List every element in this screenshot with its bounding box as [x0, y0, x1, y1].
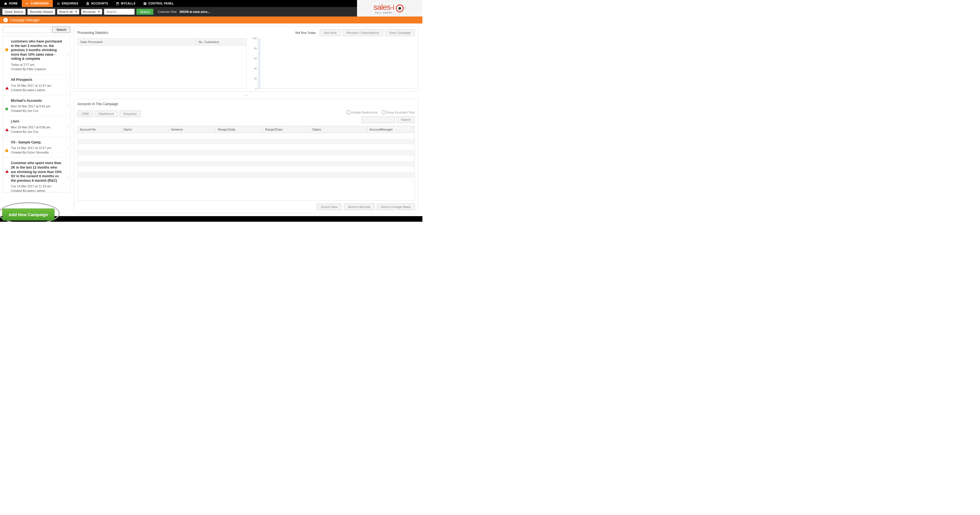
chevron-right-icon: › [67, 103, 68, 108]
campaign-title: customers who have purchased in the last… [11, 40, 63, 61]
accounts-search-button[interactable]: Search [397, 116, 415, 123]
campaign-title: j turn [11, 120, 63, 124]
campaign-author: Created By:sales-i admin [11, 189, 63, 192]
show-excluded-input[interactable] [382, 110, 385, 114]
sidebar-search-button[interactable]: Search [52, 26, 70, 33]
sidebar-search-input[interactable] [3, 26, 51, 33]
calendar-icon [116, 2, 119, 5]
send-mycalls-button[interactable]: Send to MyCalls [344, 204, 375, 210]
campaign-date: Tue 28 Mar 2017 at 11:57 am [11, 84, 63, 87]
campaign-title: VS - Sample Camp. [11, 140, 63, 145]
nav-home-label: HOME [9, 2, 18, 5]
nav-campaigns-label: CAMPAIGNS [31, 2, 49, 5]
chevron-right-icon: › [67, 174, 68, 179]
list-icon [57, 2, 60, 5]
stats-table: Date Processed No. Customers [77, 38, 247, 89]
page-title-bar: Campaign Manager [0, 16, 422, 24]
chart-bar [259, 38, 260, 89]
campaign-date: Today at 2:27 pm [11, 63, 63, 66]
accounts-search-input[interactable] [361, 116, 395, 123]
nav-campaigns[interactable]: CAMPAIGNS [22, 0, 53, 7]
campaign-item[interactable]: customers who have purchased in the last… [3, 36, 70, 74]
enquiries-button[interactable]: Enquiries [119, 110, 141, 117]
accounts-table-body [78, 133, 415, 178]
run-now-button[interactable]: Run Now [320, 29, 340, 36]
panel-title: Processing Statistics [77, 31, 108, 35]
campaign-item[interactable]: j turn Mon 20 Mar 2017 at 8:08 pm Create… [3, 116, 70, 137]
logo: sales-i SELL SMART ™ [374, 3, 406, 14]
search-entity-select[interactable]: Accounts ▼ [81, 9, 102, 14]
campaign-item[interactable]: Michael's Accounts Mon 20 Mar 2017 at 8:… [3, 95, 70, 116]
bottom-strip [0, 216, 422, 222]
chevron-right-icon: › [67, 83, 68, 87]
megaphone-icon [3, 18, 8, 22]
enable-restrictions-input[interactable] [347, 110, 350, 114]
toolbar-search-button[interactable]: Search [136, 9, 153, 15]
megaphone-icon [26, 2, 29, 5]
col-range2: Range2Data [263, 126, 310, 133]
nav-accounts[interactable]: ACCOUNTS [82, 0, 112, 7]
quick-search-button[interactable]: Quick Search [2, 9, 26, 15]
view-campaign-button[interactable]: View Campaign [385, 29, 415, 36]
dashboard-button[interactable]: Dashboard [94, 110, 118, 117]
nav-accounts-label: ACCOUNTS [91, 2, 108, 5]
recently-viewed-button[interactable]: Recently Viewed [27, 9, 55, 15]
campaign-date: Mon 20 Mar 2017 at 8:42 pm [11, 105, 63, 108]
nav-enquiries[interactable]: ENQUIRIES [53, 0, 83, 7]
send-googlemaps-button[interactable]: Send to Google Maps [377, 204, 415, 210]
status-icon [5, 48, 8, 51]
table-row [78, 155, 415, 161]
table-row [78, 161, 415, 167]
splitter-handle[interactable]: ═ [74, 94, 418, 96]
nav-mycalls-label: MYCALLS [121, 2, 135, 5]
table-row [78, 167, 415, 172]
campaign-date: Mon 20 Mar 2017 at 8:08 pm [11, 126, 63, 129]
campaign-list[interactable]: customers who have purchased in the last… [3, 36, 70, 192]
campaign-author: Created By:Joe Cox [11, 130, 63, 133]
enable-restrictions-checkbox[interactable]: Enable Restrictions [347, 110, 378, 114]
stats-table-body [78, 46, 247, 88]
nav-controlpanel[interactable]: CONTROL PANEL [139, 0, 178, 7]
content-area: Processing Statistics Not Run Today Run … [72, 24, 422, 216]
nav-mycalls[interactable]: MYCALLS [112, 0, 139, 7]
add-new-campaign-button[interactable]: Add New Campaign [2, 209, 54, 221]
col-status: Status [310, 126, 368, 133]
sidebar-search-row: Search [3, 26, 70, 33]
customer-view-label: Customer View [158, 10, 177, 13]
campaign-title: Michael's Accounts [11, 99, 63, 103]
accounts-panel: Accounts In This Campaign CRM Dashboard … [74, 99, 418, 213]
chevron-right-icon: › [67, 145, 68, 150]
show-excluded-checkbox[interactable]: Show Excluded Only [382, 110, 415, 114]
logo-tagline: SELL SMART [374, 12, 394, 14]
nav-home[interactable]: HOME [0, 0, 22, 7]
toolbar-search-input[interactable] [107, 10, 132, 13]
chevron-right-icon: › [67, 124, 68, 129]
campaign-item[interactable]: All Prospects Tue 28 Mar 2017 at 11:57 a… [3, 74, 70, 95]
col-name: Name [121, 126, 169, 133]
col-range1: Range1Data [216, 126, 263, 133]
campaign-author: Created By:Ollie Copland [11, 67, 63, 71]
status-icon [5, 149, 8, 152]
chevron-right-icon: › [67, 53, 68, 57]
status-icon [5, 170, 9, 173]
rename-subscriptions-button[interactable]: Rename / Subscriptions [342, 29, 383, 36]
campaign-date: Tue 14 Mar 2017 at 12:57 pm [11, 146, 63, 150]
chart-ytick-label: 100 [253, 37, 257, 40]
campaign-item[interactable]: VS - Sample Camp. Tue 14 Mar 2017 at 12:… [3, 137, 70, 158]
table-row [78, 139, 415, 144]
status-icon [5, 108, 8, 110]
show-excluded-label: Show Excluded Only [387, 111, 415, 114]
export-data-button[interactable]: Export Data [317, 204, 341, 210]
crm-button[interactable]: CRM [77, 110, 93, 117]
campaign-author: Created By:Joe Cox [11, 109, 63, 112]
chart-yaxis: 020406080100 [250, 38, 258, 89]
enable-restrictions-label: Enable Restrictions [352, 111, 378, 114]
chevron-down-icon: ▼ [98, 10, 100, 13]
search-scope-select[interactable]: Search all ▼ [57, 9, 80, 14]
panel-title: Accounts In This Campaign [77, 102, 415, 106]
campaign-title: Customer who spent more than 2K in the l… [11, 161, 63, 183]
accounts-table: Account No. Name Variance Range1Data Ran… [77, 126, 415, 201]
stats-col-date: Date Processed [78, 38, 196, 45]
campaign-item[interactable]: Customer who spent more than 2K in the l… [3, 158, 70, 192]
nav-controlpanel-label: CONTROL PANEL [148, 2, 174, 5]
